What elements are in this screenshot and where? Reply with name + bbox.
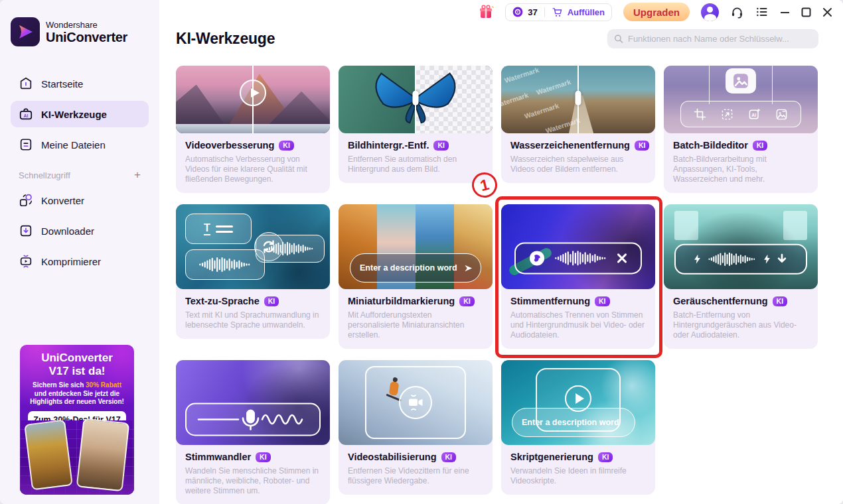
- play-icon: [240, 80, 266, 106]
- brand-line2: UniConverter: [46, 30, 127, 44]
- sidebar-item-label: KI-Werkzeuge: [41, 109, 107, 120]
- avatar[interactable]: [701, 3, 719, 21]
- ki-badge: KI: [753, 141, 768, 151]
- uniconverter-logo-icon: [11, 17, 40, 46]
- ki-badge: KI: [598, 452, 613, 462]
- ki-badge: KI: [279, 141, 294, 151]
- audio-box-icon: [185, 249, 265, 280]
- card-stimmwandler[interactable]: StimmwandlerKI Wandeln Sie menschliche S…: [176, 360, 330, 504]
- ki-badge: KI: [256, 452, 271, 462]
- ki-badge: KI: [441, 452, 457, 462]
- credits-count: 37: [528, 7, 537, 17]
- credits-refill-pill[interactable]: 37 Auffüllen: [505, 3, 612, 21]
- card-text-zu-sprache[interactable]: T Text-zu-SpracheKI Text mit KI und Spra…: [176, 204, 330, 339]
- page-title: KI-Werkzeuge: [176, 30, 275, 48]
- prompt-text: Enter a description word: [522, 418, 619, 427]
- promo-title-line1: UniConverter: [20, 351, 134, 365]
- noise-remover-pill: [674, 244, 807, 275]
- cart-icon: [552, 7, 563, 18]
- maximize-button[interactable]: [801, 7, 811, 17]
- card-description: Automatische Verbesserung von Videos für…: [185, 155, 321, 184]
- videostabilisierung-thumbnail: [339, 360, 493, 445]
- card-wasserzeichenentfernung[interactable]: Watermark Watermark Watermark Watermark …: [501, 66, 655, 183]
- card-videoverbesserung[interactable]: VideoverbesserungKI Automatische Verbess…: [176, 66, 330, 193]
- geraeuschentfernung-thumbnail: [664, 204, 818, 289]
- minimize-button[interactable]: [780, 7, 790, 17]
- card-title: Stimmentfernung: [510, 296, 590, 306]
- stabilizer-frame: [365, 366, 466, 439]
- support-headset-icon[interactable]: [730, 5, 744, 19]
- card-stimmentfernung[interactable]: StimmentfernungKI Automatisches Trennen …: [501, 204, 655, 349]
- ai-icon: AI: [748, 108, 761, 121]
- sidebar-item-ki-werkzeuge[interactable]: AI KI-Werkzeuge: [11, 101, 149, 127]
- sidebar-item-komprimierer[interactable]: Komprimierer: [11, 248, 149, 275]
- ai-toolbox-icon: AI: [19, 107, 33, 121]
- image-icon: [775, 108, 788, 121]
- card-description: Entfernen Sie Videozittern für eine flüs…: [348, 466, 483, 486]
- card-description: Mit Aufforderungstexten personalisierte …: [348, 310, 483, 340]
- upgrade-button[interactable]: Upgraden: [623, 3, 690, 21]
- card-description: Text mit KI und Sprachumwandlung in lebe…: [185, 310, 321, 330]
- add-quick-access-icon[interactable]: +: [134, 168, 141, 182]
- topbar: 37 Auffüllen Upgraden: [159, 0, 843, 21]
- divider-handle[interactable]: [413, 91, 419, 105]
- sidebar-item-meine-dateien[interactable]: Meine Dateien: [11, 131, 149, 158]
- search-input[interactable]: [628, 34, 812, 44]
- videoverbesserung-thumbnail: [176, 66, 330, 133]
- brand-logo: Wondershare UniConverter: [0, 0, 159, 46]
- downloader-icon: [19, 223, 33, 238]
- card-title: Videoverbesserung: [185, 140, 274, 151]
- sidebar-item-label: Meine Dateien: [41, 139, 106, 151]
- lightning-icon: [694, 255, 701, 264]
- card-description: Batch-Entfernung von Hintergrundgeräusch…: [673, 310, 808, 340]
- search-box[interactable]: [607, 29, 818, 48]
- card-title: Bildhintergr.-Entf.: [348, 140, 429, 151]
- shaky-camera-icon: [406, 394, 425, 411]
- sidebar-item-label: Startseite: [41, 78, 83, 90]
- card-description: Batch-Bildverarbeitung mit Anpassungen, …: [673, 155, 808, 184]
- sidebar-item-downloader[interactable]: Downloader: [11, 218, 149, 244]
- voice-changer-pill: [185, 403, 321, 436]
- pill-divider: [544, 7, 545, 17]
- promo-photo-right: [76, 418, 129, 492]
- gift-icon[interactable]: [478, 4, 494, 20]
- v17-promo-banner[interactable]: UniConverter V17 ist da! Sichern Sie sic…: [20, 345, 134, 495]
- task-list-icon[interactable]: [755, 5, 769, 19]
- watermark-text: Watermark: [503, 66, 540, 84]
- card-description: Entfernen Sie automatisch den Hintergrun…: [348, 155, 483, 174]
- compressor-icon: [19, 254, 33, 269]
- coin-icon: [512, 7, 523, 17]
- crop-icon: [694, 108, 706, 121]
- close-button[interactable]: [822, 7, 832, 17]
- promo-images: [20, 420, 134, 495]
- text-zu-sprache-thumbnail: T: [176, 204, 330, 289]
- card-videostabilisierung[interactable]: VideostabilisierungKI Entfernen Sie Vide…: [339, 360, 493, 495]
- sidebar: Wondershare UniConverter Startseite AI K…: [0, 0, 159, 504]
- promo-title-line2: V17 ist da!: [20, 365, 134, 378]
- card-description: Wandeln Sie menschliche Stimmen in männl…: [185, 466, 321, 496]
- sidebar-item-label: Komprimierer: [41, 256, 101, 267]
- card-batch-bildeditor[interactable]: AI Batch-BildeditorKI Batch-Bildverarbei…: [664, 66, 818, 193]
- tools-grid: VideoverbesserungKI Automatische Verbess…: [176, 66, 843, 504]
- divider-handle[interactable]: [575, 91, 581, 105]
- promo-photo-left: [24, 420, 73, 491]
- sidebar-item-startseite[interactable]: Startseite: [11, 70, 149, 97]
- card-description: Automatisches Trennen von Stimmen und Hi…: [510, 310, 646, 340]
- text-box-icon: T: [185, 214, 252, 244]
- card-bildhintergrund-entfernung[interactable]: Bildhintergr.-Entf.KI Entfernen Sie auto…: [339, 66, 493, 183]
- card-miniaturbildmarkierung[interactable]: Enter a description word Miniaturbildmar…: [339, 204, 493, 349]
- ki-badge: KI: [635, 141, 650, 151]
- image-tab-icon: [726, 68, 756, 94]
- sidebar-item-konverter[interactable]: Konverter: [11, 187, 149, 214]
- lightning-icon: [763, 255, 771, 264]
- card-geraeuschentfernung[interactable]: GeräuschentfernungKI Batch-Entfernung vo…: [664, 204, 818, 349]
- uniconverter-window: Wondershare UniConverter Startseite AI K…: [0, 0, 843, 504]
- card-skriptgenerierung[interactable]: Enter a description word Skriptgenerieru…: [501, 360, 655, 495]
- watermark-text: Watermark: [501, 91, 529, 109]
- converter-icon: [19, 193, 33, 208]
- vocal-remover-pill: [514, 242, 642, 274]
- card-title: Stimmwandler: [185, 452, 251, 462]
- swap-icon: [254, 232, 283, 261]
- promo-discount-highlight: 30% Rabatt: [86, 381, 121, 389]
- brand-line1: Wondershare: [46, 20, 127, 30]
